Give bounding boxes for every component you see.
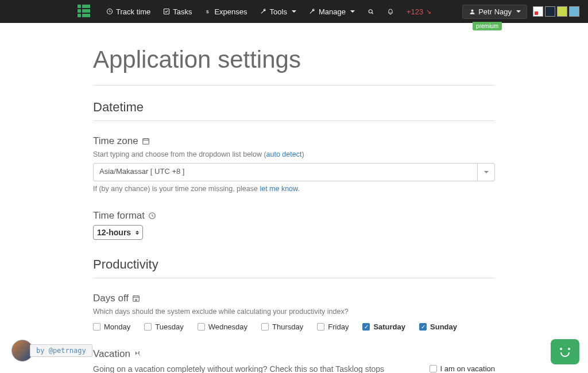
day-checkbox[interactable] xyxy=(362,323,370,331)
user-icon xyxy=(469,8,475,15)
theme-palette xyxy=(533,6,579,17)
svg-rect-5 xyxy=(142,139,149,145)
nav-tasks[interactable]: Tasks xyxy=(163,7,192,16)
nav-track-time[interactable]: Track time xyxy=(106,7,150,16)
theme-swatch[interactable] xyxy=(557,6,567,17)
calendar-x-icon xyxy=(132,294,140,302)
svg-text:$: $ xyxy=(206,9,209,14)
day-label: Sunday xyxy=(430,323,457,331)
timezone-helper: Start typing and choose from the dropdow… xyxy=(93,150,495,158)
let-me-know-link[interactable]: let me know xyxy=(260,185,297,193)
day-checkbox[interactable] xyxy=(317,323,324,331)
nav-notifications[interactable] xyxy=(387,8,394,15)
timeformat-select[interactable]: 12-hours xyxy=(93,225,143,240)
svg-point-4 xyxy=(471,9,473,11)
day-checkbox[interactable] xyxy=(261,323,269,331)
day-checkbox[interactable] xyxy=(93,323,100,331)
timezone-value: Asia/Makassar [ UTC +8 ] xyxy=(94,164,477,181)
timezone-select[interactable]: Asia/Makassar [ UTC +8 ] xyxy=(93,163,495,181)
chat-widget-button[interactable] xyxy=(551,339,579,364)
day-item: Monday xyxy=(93,323,130,331)
theme-swatch[interactable] xyxy=(533,6,543,17)
day-item: Wednesday xyxy=(198,323,247,331)
day-checkbox[interactable] xyxy=(419,323,427,331)
vacation-label: Vacation xyxy=(93,348,495,360)
clock-icon xyxy=(106,8,113,15)
theme-swatch[interactable] xyxy=(569,6,579,17)
days-off-label: Days off xyxy=(93,293,495,304)
day-checkbox[interactable] xyxy=(144,323,152,331)
timezone-missing-helper: If (by any chance) is your time zone mis… xyxy=(93,185,495,193)
plane-icon xyxy=(134,350,142,358)
section-heading-datetime: Datetime xyxy=(93,100,495,121)
user-menu-button[interactable]: Petr Nagy xyxy=(462,5,527,19)
divider xyxy=(93,85,495,86)
check-square-icon xyxy=(163,8,170,15)
svg-rect-7 xyxy=(133,296,140,302)
day-checkbox[interactable] xyxy=(198,323,205,331)
vacation-checkbox[interactable] xyxy=(430,365,437,372)
timezone-label: Time zone xyxy=(93,135,495,147)
caret-down-icon xyxy=(484,171,489,173)
nav-manage[interactable]: Manage xyxy=(309,7,355,16)
day-item: Sunday xyxy=(419,323,457,331)
nav-tools[interactable]: Tools xyxy=(260,7,296,16)
smiley-icon xyxy=(558,347,572,357)
svg-point-3 xyxy=(369,9,372,13)
day-label: Friday xyxy=(328,323,349,331)
clock-icon xyxy=(148,212,156,220)
day-label: Wednesday xyxy=(208,323,247,331)
day-item: Friday xyxy=(317,323,349,331)
wrench-icon xyxy=(260,8,267,15)
section-heading-productivity: Productivity xyxy=(93,257,495,278)
day-label: Monday xyxy=(104,323,130,331)
nav-counter[interactable]: +123 ↘ xyxy=(407,7,431,16)
select-arrows-icon xyxy=(136,231,139,235)
caret-down-icon xyxy=(516,10,521,13)
nav-search[interactable] xyxy=(368,8,374,15)
author-handle: by @petrnagy xyxy=(30,344,92,357)
day-item: Saturday xyxy=(362,323,405,331)
dollar-icon: $ xyxy=(204,8,211,15)
day-item: Tuesday xyxy=(144,323,183,331)
page-title: Application settings xyxy=(93,46,495,73)
timeformat-label: Time format xyxy=(93,210,495,222)
days-off-helper: Which days should the system exclude whi… xyxy=(93,308,495,316)
bell-icon xyxy=(387,8,394,15)
caret-down-icon xyxy=(292,10,296,13)
search-icon xyxy=(368,8,374,15)
day-label: Thursday xyxy=(272,323,303,331)
vacation-description: Going on a vacation completely without w… xyxy=(93,363,412,373)
vacation-checkbox-label: I am on vacation xyxy=(440,364,495,373)
day-label: Saturday xyxy=(373,323,405,331)
top-navbar: Track time Tasks $ Expenses Tools Manage… xyxy=(0,0,588,23)
nav-expenses[interactable]: $ Expenses xyxy=(204,7,247,16)
day-label: Tuesday xyxy=(155,323,183,331)
author-widget[interactable]: by @petrnagy xyxy=(11,340,92,362)
wrench-icon xyxy=(309,8,316,15)
auto-detect-link[interactable]: auto detect xyxy=(266,150,302,158)
app-logo[interactable] xyxy=(78,5,90,17)
day-item: Thursday xyxy=(261,323,303,331)
calendar-icon xyxy=(142,137,150,145)
theme-swatch[interactable] xyxy=(545,6,555,17)
trend-down-icon: ↘ xyxy=(426,8,431,15)
timezone-dropdown-toggle[interactable] xyxy=(477,164,494,181)
caret-down-icon xyxy=(350,10,355,13)
premium-badge: premium xyxy=(473,22,502,30)
